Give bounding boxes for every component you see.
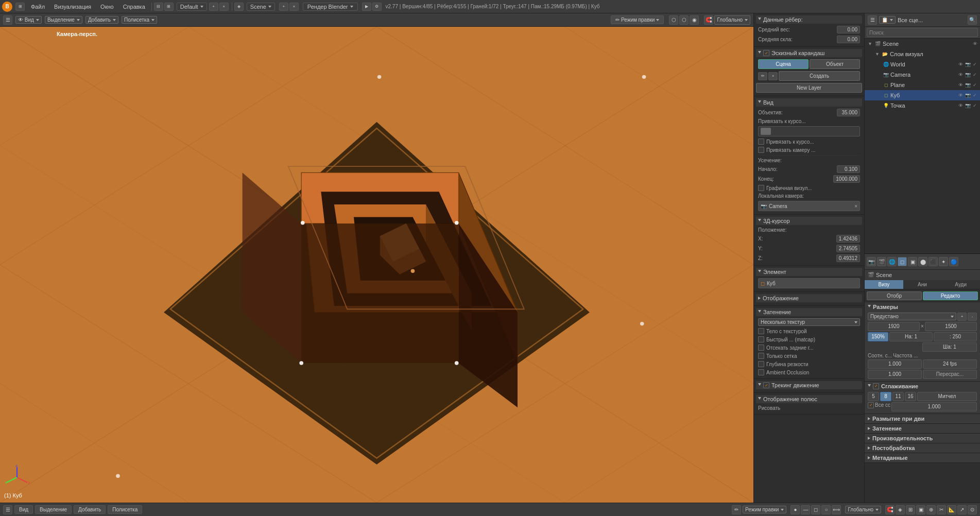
preset-remove-btn[interactable]: -: [968, 313, 977, 321]
pivot-dropdown[interactable]: Глобально: [714, 15, 750, 25]
clip-end-value[interactable]: 1000.000: [833, 175, 860, 183]
world-eye-icon[interactable]: 👁: [957, 61, 964, 67]
plane-select-icon[interactable]: ✓: [972, 82, 978, 88]
all-z-checkbox[interactable]: [868, 402, 874, 408]
particles-props-icon[interactable]: ✦: [939, 257, 948, 266]
workspace-selector[interactable]: Default: [177, 3, 207, 11]
add-scene[interactable]: +: [279, 3, 288, 11]
viewport-canvas[interactable]: Камера-персп. X Y Z (1) Куб: [0, 27, 753, 503]
scene-selector[interactable]: Scene: [247, 3, 275, 11]
measure-btn[interactable]: 📐: [947, 505, 956, 514]
pencil-icon[interactable]: ✏: [758, 72, 767, 80]
cube-render-icon[interactable]: 📷: [965, 92, 971, 98]
grease-pencil-header[interactable]: Эскизный карандаш: [756, 49, 862, 57]
viewport-mode-dropdown[interactable]: 👁 Вид: [15, 16, 42, 24]
coord-y-field[interactable]: 1.000: [868, 370, 922, 379]
add-menu-dropdown[interactable]: Добавить: [85, 16, 118, 24]
prop-edit-btn[interactable]: ○: [821, 505, 831, 514]
scene-type-icon[interactable]: ◈: [234, 3, 244, 11]
z-value[interactable]: 0.49312: [836, 254, 860, 262]
snap-btn[interactable]: 🧲: [704, 15, 713, 25]
lamp-eye-icon[interactable]: 👁: [957, 102, 964, 109]
smooth-val-1[interactable]: 8: [880, 392, 891, 401]
audio-tab-btn[interactable]: Ауди: [941, 280, 980, 289]
tracking-checkbox[interactable]: [763, 382, 769, 388]
anim-tab-btn[interactable]: Ани: [903, 280, 942, 289]
view-header[interactable]: Вид: [756, 98, 862, 107]
tab-scene-btn[interactable]: Сцена: [758, 59, 809, 69]
outliner-search-input[interactable]: Поиск: [867, 28, 978, 37]
edge-mode-btn[interactable]: —: [801, 505, 810, 514]
performance-header[interactable]: Производительность: [865, 434, 980, 443]
outliner-scene[interactable]: ▼ 🎬 Scene 👁: [865, 39, 980, 49]
display-poles-header[interactable]: Отображение полюс: [756, 395, 862, 403]
material-props-icon[interactable]: ⬤: [918, 257, 927, 266]
outliner-plane[interactable]: ◻ Plane 👁 📷 ✓: [865, 80, 980, 90]
object-props-icon[interactable]: ◻: [898, 257, 907, 266]
menu-file[interactable]: Файл: [27, 3, 49, 11]
snap-type-btn[interactable]: ◈: [896, 505, 905, 514]
tracking-header[interactable]: Трекинг движение: [756, 381, 862, 389]
resampling-field[interactable]: Пересрас...: [923, 370, 977, 379]
menu-help[interactable]: Справка: [119, 3, 149, 11]
dimensions-header[interactable]: Размеры: [865, 302, 980, 312]
graphic-vis-checkbox[interactable]: [758, 185, 764, 191]
view-edit-btn[interactable]: Редакто: [923, 291, 978, 300]
lens-value[interactable]: 35.000: [837, 109, 860, 116]
remove-workspace[interactable]: ×: [219, 3, 229, 11]
world-render-icon[interactable]: 📷: [965, 61, 971, 67]
wireframe-view-btn[interactable]: ⬡: [679, 15, 689, 25]
outliner-cube[interactable]: ◻ Куб 👁 📷 ✓: [865, 90, 980, 100]
render-settings-btn[interactable]: ⚙: [372, 3, 382, 11]
ao-checkbox[interactable]: [758, 369, 764, 375]
res-y2-field[interactable]: : 250: [934, 332, 977, 341]
menu-render[interactable]: Визуализация: [50, 3, 95, 11]
scene-eye-icon[interactable]: 👁: [972, 41, 978, 47]
outliner-lamp[interactable]: 💡 Точка 👁 📷 ✓: [865, 100, 980, 111]
render-props-icon[interactable]: 📷: [867, 257, 876, 266]
only-wire-checkbox[interactable]: [758, 353, 764, 359]
grease-checkbox[interactable]: [763, 50, 769, 56]
outliner-camera[interactable]: 📷 Camera 👁 📷 ✓: [865, 70, 980, 80]
object-mode-btn[interactable]: ✏ Режим правки: [611, 15, 664, 24]
res-x2-field[interactable]: На: 1: [889, 332, 933, 341]
cube-select-icon[interactable]: ✓: [972, 92, 978, 98]
preset-add-btn[interactable]: +: [957, 313, 967, 321]
cursor-bind-checkbox[interactable]: [758, 139, 764, 145]
create-btn[interactable]: Создать: [779, 71, 860, 81]
camera-select-icon[interactable]: ✓: [972, 72, 978, 78]
cursor-3d-header[interactable]: 3Д-курсор: [756, 217, 862, 225]
edit-mode-icon[interactable]: ✏: [732, 505, 741, 514]
loop-cut-btn[interactable]: ⊕: [926, 505, 936, 514]
snap-toggle-btn[interactable]: 🧲: [885, 505, 895, 514]
tab-object-btn[interactable]: Объект: [810, 59, 860, 69]
outliner-type-dropdown[interactable]: 📋: [879, 16, 896, 24]
smooth-val-2[interactable]: 11: [892, 392, 904, 401]
mesh-props-icon[interactable]: ▣: [908, 257, 917, 266]
camera-bind-checkbox[interactable]: [758, 147, 764, 153]
x-value[interactable]: 1.42436: [836, 235, 860, 243]
scale-field[interactable]: 150%: [868, 332, 888, 341]
normals-btn[interactable]: ↗: [957, 505, 967, 514]
layout-icon2[interactable]: ⊞: [164, 3, 174, 11]
global-dropdown[interactable]: Глобально: [845, 506, 881, 513]
add-workspace[interactable]: +: [209, 3, 218, 11]
render-icon-btn[interactable]: ▶: [362, 3, 371, 11]
add-icon[interactable]: +: [768, 72, 778, 80]
data-edges-header[interactable]: Данные рёбер:: [756, 15, 862, 24]
shading-mode-dropdown[interactable]: Несколько текстур: [758, 318, 860, 326]
element-header[interactable]: Элемент: [756, 268, 862, 276]
plane-eye-icon[interactable]: 👁: [957, 82, 964, 88]
physics-props-icon[interactable]: 🔵: [949, 257, 958, 266]
render-engine-selector[interactable]: Рендер Blender: [303, 3, 358, 11]
bottom-menu-btn[interactable]: ☰: [3, 505, 12, 514]
clip-start-value[interactable]: 0.100: [837, 165, 860, 173]
metadata-header[interactable]: Метаданные: [865, 453, 980, 462]
y-value[interactable]: 2.74505: [836, 245, 860, 252]
scale2-field[interactable]: Ша: 1: [922, 342, 977, 352]
camera-eye-icon[interactable]: 👁: [957, 72, 964, 78]
mesh-display-btn[interactable]: ▣: [916, 505, 925, 514]
smooth-val-0[interactable]: 5: [868, 392, 879, 401]
viz-tab-btn[interactable]: Визу: [865, 280, 903, 289]
matcap-checkbox[interactable]: [758, 336, 764, 342]
